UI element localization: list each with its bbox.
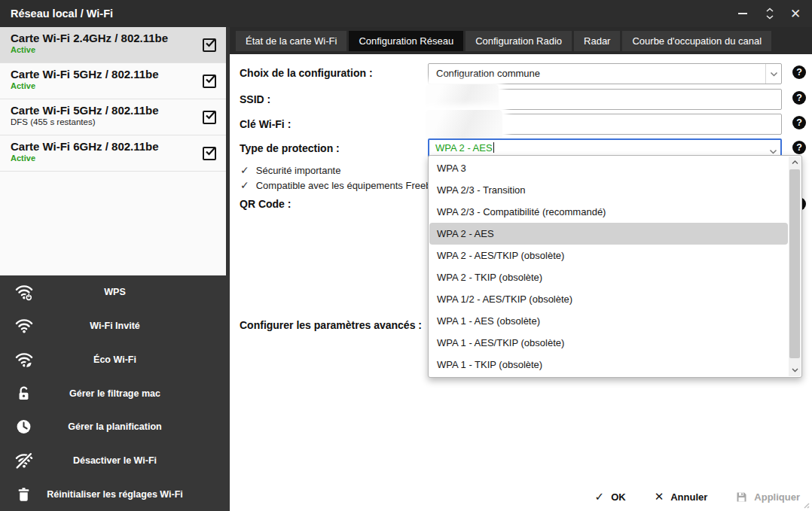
sidebar-item-label: Réinitialiser les réglages Wi-Fi	[0, 489, 230, 500]
card-status: Active	[11, 45, 196, 54]
option-wpa3[interactable]: WPA 3	[429, 157, 788, 179]
card-status: DFS (455 s restantes)	[11, 117, 196, 126]
minimize-button[interactable]	[732, 0, 753, 27]
tab-bar: État de la carte Wi-Fi Configuration Rés…	[230, 27, 812, 54]
wifi-key-redaction-blur	[426, 110, 502, 140]
sidebar-item-label: Éco Wi-Fi	[0, 354, 230, 365]
sidebar-item-planning[interactable]: Gérer la planification	[0, 410, 230, 444]
card-title: Carte Wi-Fi 2.4GHz / 802.11be	[11, 32, 196, 44]
protection-type-dropdown-list: WPA 3 WPA 2/3 - Transition WPA 2/3 - Com…	[428, 155, 802, 378]
ok-button[interactable]: ✓ OK	[595, 490, 626, 503]
wifi-card-5g-2[interactable]: Carte Wi-Fi 5GHz / 802.11be DFS (455 s r…	[0, 99, 226, 135]
card-checkbox[interactable]	[203, 75, 216, 88]
advanced-settings-label: Configurer les paramètres avancés :	[240, 319, 422, 331]
sidebar-item-mac-filter[interactable]: Gérer le filtrage mac	[0, 376, 230, 410]
ssid-label: SSID :	[240, 93, 270, 105]
open-lock-icon	[14, 384, 33, 403]
sidebar-item-label: Gérer la planification	[0, 421, 230, 432]
ssid-redaction-blur	[426, 84, 499, 113]
dropdown-scrollbar[interactable]	[789, 157, 801, 376]
maximize-restore-button[interactable]	[759, 0, 780, 27]
tab-configuration-reseau[interactable]: Configuration Réseau	[349, 31, 463, 51]
option-wpa12-aes-tkip[interactable]: WPA 1/2 - AES/TKIP (obsolète)	[429, 288, 788, 310]
close-button[interactable]: ✕	[785, 0, 806, 27]
option-wpa23-compatibilite[interactable]: WPA 2/3 - Compatibilité (recommandé)	[429, 201, 788, 223]
config-choice-value: Configuration commune	[436, 64, 540, 84]
sidebar-item-label: Wi-Fi Invité	[0, 321, 230, 331]
config-choice-select[interactable]: Configuration commune	[428, 63, 782, 84]
chevron-down-icon	[792, 368, 798, 373]
security-check-text: Sécurité importante	[256, 165, 341, 176]
qr-code-label: QR Code :	[240, 198, 291, 210]
resize-grip[interactable]	[801, 500, 810, 509]
config-choice-dropdown-button[interactable]	[765, 64, 781, 84]
sidebar-item-label: Désactiver le Wi-Fi	[0, 455, 230, 466]
tab-courbe-occupation[interactable]: Courbe d'occupation du canal	[622, 31, 771, 51]
protection-type-help-button[interactable]: ?	[792, 141, 806, 154]
question-icon: ?	[796, 117, 802, 128]
title-bar: Réseau local / Wi-Fi ✕	[0, 0, 812, 27]
option-wpa2-tkip[interactable]: WPA 2 - TKIP (obsolète)	[429, 266, 788, 288]
question-icon: ?	[796, 93, 802, 103]
wifi-card-2g4[interactable]: Carte Wi-Fi 2.4GHz / 802.11be Active	[0, 27, 226, 63]
page-title: Réseau local / Wi-Fi	[11, 0, 113, 27]
scrollbar-thumb[interactable]	[789, 169, 800, 358]
ok-button-label: OK	[611, 491, 626, 503]
wifi-key-help-button[interactable]: ?	[792, 116, 806, 129]
tab-configuration-radio[interactable]: Configuration Radio	[466, 31, 572, 51]
card-checkbox[interactable]	[203, 38, 216, 52]
option-wpa2-aes-tkip[interactable]: WPA 2 - AES/TKIP (obsolète)	[429, 245, 788, 266]
ssid-help-button[interactable]: ?	[792, 91, 806, 105]
sidebar-item-eco-wifi[interactable]: Éco Wi-Fi	[0, 342, 230, 376]
checkmark-icon: ✓	[240, 179, 249, 191]
option-wpa2-aes[interactable]: WPA 2 - AES	[429, 223, 788, 245]
sidebar-item-wifi-invite[interactable]: Wi-Fi Invité	[0, 309, 230, 343]
sidebar-item-disable-wifi[interactable]: Désactiver le Wi-Fi	[0, 444, 230, 478]
dropdown-options: WPA 3 WPA 2/3 - Transition WPA 2/3 - Com…	[429, 157, 788, 376]
protection-type-label: Type de protection :	[240, 142, 340, 154]
close-icon: ✕	[655, 490, 664, 503]
card-checkbox[interactable]	[203, 147, 216, 160]
close-icon: ✕	[790, 6, 801, 22]
checkmark-icon: ✓	[240, 164, 249, 176]
card-status: Active	[11, 81, 196, 90]
wifi-card-5g-1[interactable]: Carte Wi-Fi 5GHz / 802.11be Active	[0, 63, 226, 99]
checkmark-icon	[204, 109, 218, 121]
card-checkbox[interactable]	[203, 111, 216, 124]
scroll-up-button[interactable]	[789, 157, 801, 169]
wifi-icon	[14, 317, 33, 336]
card-title: Carte Wi-Fi 5GHz / 802.11be	[11, 104, 196, 117]
cancel-button[interactable]: ✕ Annuler	[655, 490, 708, 503]
resize-icon	[765, 7, 775, 20]
option-wpa1-aes[interactable]: WPA 1 - AES (obsolète)	[429, 310, 788, 332]
eco-wifi-icon	[14, 350, 33, 369]
sidebar-item-wps[interactable]: WPS	[0, 275, 230, 309]
wifi-key-label: Clé Wi-Fi :	[240, 118, 291, 130]
minimize-icon	[738, 13, 747, 14]
option-wpa1-tkip[interactable]: WPA 1 - TKIP (obsolète)	[429, 354, 788, 376]
option-wpa23-transition[interactable]: WPA 2/3 - Transition	[429, 179, 788, 201]
sidebar-item-label: WPS	[0, 287, 230, 297]
option-wpa1-aes-tkip[interactable]: WPA 1 - AES/TKIP (obsolète)	[429, 332, 788, 354]
trash-icon	[14, 485, 33, 503]
chevron-down-icon	[769, 149, 777, 154]
wifi-card-list: Carte Wi-Fi 2.4GHz / 802.11be Active Car…	[0, 27, 226, 275]
configuration-panel: Choix de la configuration : Configuratio…	[230, 54, 812, 511]
protection-type-value: WPA 2 - AES	[435, 142, 493, 154]
compatibility-check-row: ✓ Compatible avec les équipements Freebo…	[240, 179, 447, 191]
scroll-down-button[interactable]	[789, 364, 801, 376]
sidebar-item-reset-wifi[interactable]: Réinitialiser les réglages Wi-Fi	[0, 477, 230, 511]
wps-wifi-icon	[14, 283, 33, 302]
tab-radar[interactable]: Radar	[574, 31, 620, 51]
wifi-card-6g[interactable]: Carte Wi-Fi 6GHz / 802.11be Active	[0, 135, 226, 172]
checkmark-icon	[204, 145, 218, 157]
apply-button[interactable]: Appliquer	[736, 491, 800, 503]
action-button-bar: ✓ OK ✕ Annuler Appliquer	[595, 485, 800, 508]
checkmark-icon	[204, 73, 218, 85]
chevron-up-icon	[792, 160, 798, 165]
sidebar-menu: WPS Wi-Fi Invité Éco Wi-Fi Gérer le filt…	[0, 275, 230, 511]
tab-etat-carte-wifi[interactable]: État de la carte Wi-Fi	[236, 31, 346, 51]
config-choice-help-button[interactable]: ?	[792, 65, 806, 79]
freebox-wifi-window: Réseau local / Wi-Fi ✕ Carte Wi-Fi 2.4GH…	[0, 0, 812, 511]
compatibility-check-text: Compatible avec les équipements Freebox …	[256, 180, 447, 191]
